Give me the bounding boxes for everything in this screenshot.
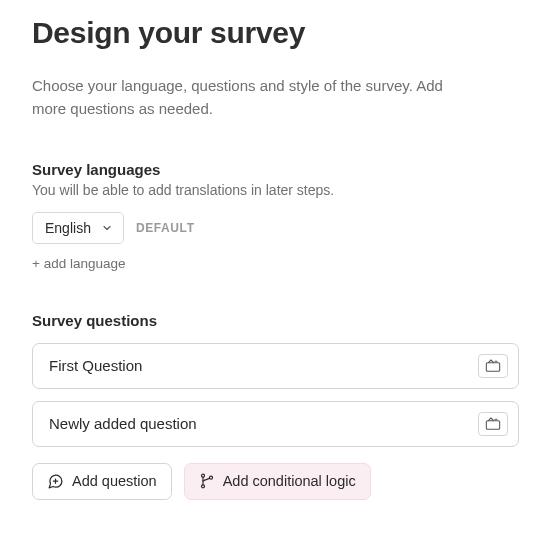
chat-plus-icon (47, 473, 64, 490)
page-title: Design your survey (32, 16, 519, 50)
add-language-button[interactable]: + add language (32, 256, 125, 271)
question-card[interactable]: First Question (32, 343, 519, 389)
add-conditional-logic-button[interactable]: Add conditional logic (184, 463, 371, 500)
language-selected-value: English (45, 220, 91, 236)
question-type-icon (478, 354, 508, 378)
language-row: English DEFAULT (32, 212, 519, 244)
questions-section: Survey questions First Question Newly ad… (32, 312, 519, 500)
question-card[interactable]: Newly added question (32, 401, 519, 447)
languages-label: Survey languages (32, 161, 519, 178)
branch-icon (199, 473, 215, 489)
page-description: Choose your language, questions and styl… (32, 74, 452, 121)
svg-rect-0 (486, 362, 499, 371)
default-tag: DEFAULT (136, 221, 195, 235)
question-title: Newly added question (49, 415, 197, 432)
actions-row: Add question Add conditional logic (32, 463, 519, 500)
question-type-icon (478, 412, 508, 436)
add-question-label: Add question (72, 473, 157, 489)
add-conditional-logic-label: Add conditional logic (223, 473, 356, 489)
question-title: First Question (49, 357, 142, 374)
add-question-button[interactable]: Add question (32, 463, 172, 500)
languages-hint: You will be able to add translations in … (32, 182, 519, 198)
svg-rect-2 (486, 420, 499, 429)
chevron-down-icon (101, 222, 113, 234)
questions-label: Survey questions (32, 312, 519, 329)
language-select[interactable]: English (32, 212, 124, 244)
languages-section: Survey languages You will be able to add… (32, 161, 519, 272)
